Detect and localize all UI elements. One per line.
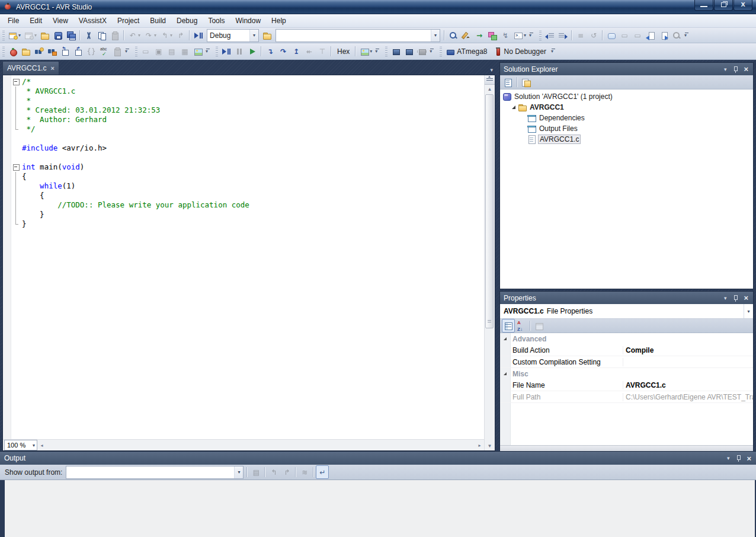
run-button[interactable]: [246, 44, 259, 58]
category-gutter[interactable]: [500, 372, 510, 375]
document-list-caret-icon[interactable]: ▾: [490, 67, 495, 75]
find-symbol-button[interactable]: [33, 44, 46, 58]
tree-item-avrgcc1-c[interactable]: AVRGCC1.c: [500, 134, 753, 145]
find-in-files-button[interactable]: [447, 28, 460, 42]
device-upload-button[interactable]: [402, 44, 415, 58]
cut-button[interactable]: [82, 28, 95, 42]
start-debugging-button[interactable]: [192, 28, 205, 42]
vertical-scrollbar[interactable]: ▲ ▼: [484, 75, 495, 450]
continue-debug-button[interactable]: [220, 44, 233, 58]
vscroll-thumb[interactable]: [485, 94, 494, 328]
navigate-to-button[interactable]: →: [473, 28, 486, 42]
alphabetical-button[interactable]: [515, 319, 528, 333]
menu-vassistx[interactable]: VAssistX: [73, 15, 112, 27]
toggle-word-wrap-button[interactable]: ↵: [316, 465, 329, 479]
save-all-button[interactable]: [65, 28, 78, 42]
solution-configuration-combo-caret-icon[interactable]: [249, 30, 258, 41]
show-output-from-caret-icon[interactable]: [234, 466, 243, 478]
minimize-button[interactable]: [694, 0, 713, 11]
property-value[interactable]: C:\Users\Gerhard\Eigene AVR\TEST_Trans: [623, 393, 753, 401]
hex-toggle-button[interactable]: Hex: [334, 44, 353, 58]
selection-box-button[interactable]: [605, 28, 618, 42]
copy-forward-button[interactable]: [657, 28, 670, 42]
navigate-backward-button[interactable]: ↰▾: [158, 28, 174, 42]
find-message-button[interactable]: ▤: [249, 465, 262, 479]
menu-file[interactable]: File: [2, 15, 24, 27]
tree-item-solution-avrgcc1-1-project[interactable]: Solution 'AVRGCC1' (1 project): [500, 91, 753, 102]
find-combo[interactable]: [276, 29, 440, 42]
pin-icon[interactable]: [732, 295, 738, 302]
tree-item-avrgcc1[interactable]: AVRGCC1: [500, 102, 753, 113]
find-selected-button[interactable]: [670, 28, 683, 42]
memory-view-button[interactable]: ▾: [358, 44, 374, 58]
properties-hscrollbar[interactable]: [500, 445, 753, 451]
toggle-related-windows-button[interactable]: [486, 28, 499, 42]
undo-button[interactable]: ↶▾: [126, 28, 142, 42]
split-editor-handle[interactable]: [485, 75, 495, 85]
toolbar-overflow-caret-icon[interactable]: [124, 46, 131, 57]
property-row-full-path[interactable]: Full PathC:\Users\Gerhard\Eigene AVR\TES…: [500, 391, 753, 403]
panel-menu-caret-icon[interactable]: ▾: [721, 295, 730, 301]
prev-comment-button[interactable]: ▭: [618, 28, 631, 42]
panel-close-icon[interactable]: ×: [744, 454, 754, 463]
panel-menu-caret-icon[interactable]: ▾: [724, 455, 733, 461]
goto-next-message-button[interactable]: ↱: [280, 465, 293, 479]
category-expander-icon[interactable]: [504, 372, 507, 375]
hscroll-right-arrow-icon[interactable]: ▸: [475, 443, 484, 448]
insert-image-button[interactable]: [191, 44, 204, 58]
toolbar-overflow-caret-icon[interactable]: [528, 30, 535, 41]
insert-bubble-button[interactable]: ▭: [139, 44, 152, 58]
goto-prev-message-button[interactable]: ↰: [267, 465, 280, 479]
menu-window[interactable]: Window: [230, 15, 266, 27]
step-over-button[interactable]: ↷: [277, 44, 290, 58]
step-instruction-button[interactable]: ↞: [303, 44, 316, 58]
horizontal-scrollbar[interactable]: [46, 440, 475, 450]
select-device-button[interactable]: ATmega8: [444, 44, 491, 58]
show-all-files-button[interactable]: [520, 75, 533, 89]
undo-format-button[interactable]: ↺: [587, 28, 600, 42]
pin-icon[interactable]: [735, 455, 741, 462]
restore-button[interactable]: [714, 0, 733, 11]
va-paste-button[interactable]: [111, 44, 124, 58]
spell-check-button[interactable]: [98, 44, 111, 58]
vscroll-track[interactable]: [485, 94, 495, 442]
copy-backward-button[interactable]: [644, 28, 657, 42]
clear-all-button[interactable]: ≋: [298, 465, 311, 479]
menu-debug[interactable]: Debug: [171, 15, 203, 27]
editor-zoom-combo[interactable]: 100 % ▾: [4, 440, 37, 450]
toolbar-overflow-caret-icon[interactable]: [205, 46, 212, 57]
code-editor[interactable]: /* * AVRGCC1.c * * Created: 03.01.2012 2…: [3, 75, 484, 439]
category-expander-icon[interactable]: [504, 337, 507, 340]
property-row-file-name[interactable]: File NameAVRGCC1.c: [500, 379, 753, 391]
increase-indent-button[interactable]: [556, 28, 569, 42]
categorized-button[interactable]: [502, 319, 515, 333]
goto-back-button[interactable]: [59, 44, 72, 58]
device-erase-button[interactable]: [415, 44, 428, 58]
toolbar-overflow-caret-icon[interactable]: [684, 30, 690, 41]
break-all-button[interactable]: [233, 44, 246, 58]
goto-forward-button[interactable]: [72, 44, 85, 58]
category-gutter[interactable]: [500, 337, 510, 340]
menu-edit[interactable]: Edit: [24, 15, 47, 27]
open-file-in-solution-button[interactable]: [261, 28, 274, 42]
redo-button[interactable]: ↷▾: [142, 28, 158, 42]
hscroll-left-arrow-icon[interactable]: ◂: [37, 443, 46, 448]
menu-help[interactable]: Help: [266, 15, 291, 27]
find-references-button[interactable]: [46, 44, 59, 58]
vscroll-down-arrow-icon[interactable]: ▼: [485, 442, 495, 450]
solution-configuration-combo[interactable]: Debug: [207, 29, 259, 42]
open-file-button[interactable]: [39, 28, 52, 42]
run-to-cursor-button[interactable]: ⊤: [316, 44, 329, 58]
step-out-button[interactable]: ↥: [290, 44, 303, 58]
device-programming-button[interactable]: [389, 44, 402, 58]
vassistx-options-button[interactable]: [7, 44, 20, 58]
properties-combo-caret-icon[interactable]: [744, 304, 753, 318]
decrease-indent-button[interactable]: [543, 28, 556, 42]
pin-icon[interactable]: [732, 66, 738, 73]
toolbar-overflow-caret-icon[interactable]: [550, 46, 557, 57]
surround-selection-button[interactable]: {}: [85, 44, 98, 58]
se-properties-button[interactable]: [502, 75, 515, 89]
menu-tools[interactable]: Tools: [203, 15, 230, 27]
paste-button[interactable]: [108, 28, 121, 42]
property-row-build-action[interactable]: Build ActionCompile: [500, 344, 753, 356]
